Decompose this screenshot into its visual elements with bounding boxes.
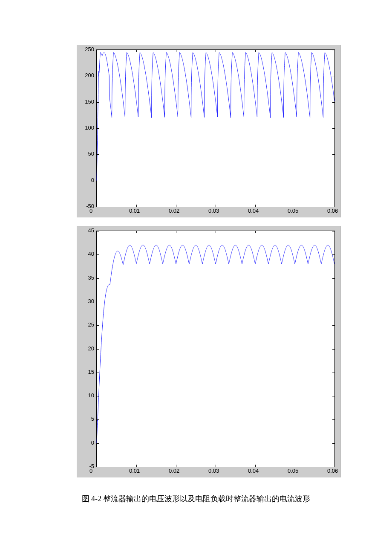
y-tick	[97, 181, 99, 181]
y-tick-label: 45	[79, 227, 94, 234]
y-tick	[97, 254, 99, 255]
voltage-waveform	[97, 50, 334, 207]
x-tick	[97, 205, 97, 207]
x-tick	[295, 50, 295, 52]
x-tick	[216, 231, 216, 233]
y-tick-label: 30	[79, 298, 94, 304]
y-tick	[97, 302, 99, 302]
x-tick	[216, 50, 216, 52]
x-tick	[97, 231, 97, 233]
x-tick	[334, 50, 335, 52]
x-tick-label: 0.01	[129, 208, 140, 214]
y-tick	[332, 302, 334, 302]
x-tick	[216, 205, 216, 207]
x-tick-label: 0.02	[169, 468, 179, 474]
x-tick-label: 0.04	[248, 208, 259, 214]
x-tick	[334, 205, 335, 207]
x-tick-label: 0.06	[327, 468, 338, 474]
x-tick	[255, 465, 256, 467]
x-tick	[176, 50, 176, 52]
x-tick-label: 0.02	[169, 208, 179, 214]
y-tick	[332, 419, 334, 420]
y-tick-label: 35	[79, 275, 94, 281]
y-tick	[332, 278, 334, 279]
y-tick	[332, 154, 334, 155]
x-tick	[136, 231, 137, 233]
y-tick	[332, 207, 334, 207]
x-tick	[136, 50, 137, 52]
y-tick	[97, 396, 99, 396]
x-tick	[255, 205, 256, 207]
y-tick-label: 50	[79, 150, 94, 157]
figure-caption: 图 4-2 整流器输出的电压波形以及电阻负载时整流器输出的电流波形	[0, 494, 392, 504]
y-tick	[97, 443, 99, 444]
x-tick	[176, 465, 176, 467]
y-tick	[332, 396, 334, 396]
y-tick-label: 100	[79, 124, 94, 131]
x-tick-label: 0.05	[288, 208, 298, 214]
y-tick-label: 40	[79, 251, 94, 257]
x-tick	[136, 465, 137, 467]
y-tick	[97, 207, 99, 207]
y-tick-label: 5	[79, 416, 94, 422]
x-tick	[97, 50, 97, 52]
x-tick-label: 0.04	[248, 468, 259, 474]
y-tick	[97, 128, 99, 129]
x-tick-label: 0.01	[129, 468, 140, 474]
x-tick-label: 0.03	[208, 468, 219, 474]
x-tick-label: 0	[89, 208, 92, 214]
x-tick-label: 0.06	[327, 208, 338, 214]
y-tick-label: 250	[79, 46, 94, 52]
y-tick	[332, 181, 334, 181]
x-tick	[255, 231, 256, 233]
y-tick	[97, 325, 99, 326]
y-tick	[97, 349, 99, 350]
x-tick	[295, 231, 295, 233]
y-tick	[97, 278, 99, 279]
y-tick	[97, 419, 99, 420]
y-tick	[332, 373, 334, 373]
x-tick	[334, 465, 335, 467]
y-tick	[332, 467, 334, 467]
y-tick	[332, 102, 334, 103]
current-chart-panel: -505101520253035404500.010.020.030.040.0…	[77, 226, 341, 477]
x-tick	[216, 465, 216, 467]
y-tick-label: 25	[79, 321, 94, 328]
x-tick	[334, 231, 335, 233]
y-tick-label: 0	[79, 439, 94, 446]
y-tick-label: 0	[79, 177, 94, 183]
x-tick	[136, 205, 137, 207]
x-tick	[295, 205, 295, 207]
voltage-chart-panel: -5005010015020025000.010.020.030.040.050…	[77, 45, 341, 217]
x-tick	[97, 465, 97, 467]
y-tick	[97, 76, 99, 76]
y-tick	[332, 254, 334, 255]
y-tick	[332, 325, 334, 326]
y-tick	[332, 443, 334, 444]
y-tick	[332, 76, 334, 76]
x-tick	[176, 231, 176, 233]
y-tick-label: 200	[79, 72, 94, 78]
y-tick-label: 150	[79, 98, 94, 105]
voltage-plot-area	[96, 49, 335, 207]
y-tick	[332, 349, 334, 350]
y-tick	[97, 467, 99, 467]
x-tick	[176, 205, 176, 207]
y-tick-label: 20	[79, 345, 94, 352]
y-tick	[332, 128, 334, 129]
x-tick-label: 0.05	[288, 468, 298, 474]
current-waveform	[97, 231, 334, 467]
y-tick	[97, 154, 99, 155]
x-tick-label: 0.03	[208, 208, 219, 214]
x-tick	[255, 50, 256, 52]
current-plot-area	[96, 231, 335, 467]
y-tick	[97, 102, 99, 103]
y-tick	[97, 373, 99, 373]
x-tick	[295, 465, 295, 467]
x-tick-label: 0	[89, 468, 92, 474]
y-tick-label: 15	[79, 369, 94, 375]
y-tick-label: 10	[79, 392, 94, 399]
